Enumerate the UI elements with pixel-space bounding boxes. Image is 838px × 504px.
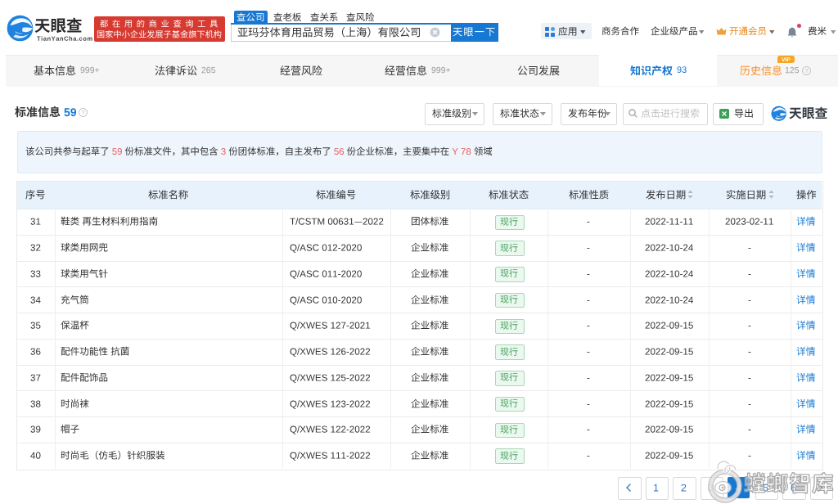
svg-text:?: ? bbox=[81, 109, 84, 116]
svg-text:?: ? bbox=[804, 67, 808, 74]
